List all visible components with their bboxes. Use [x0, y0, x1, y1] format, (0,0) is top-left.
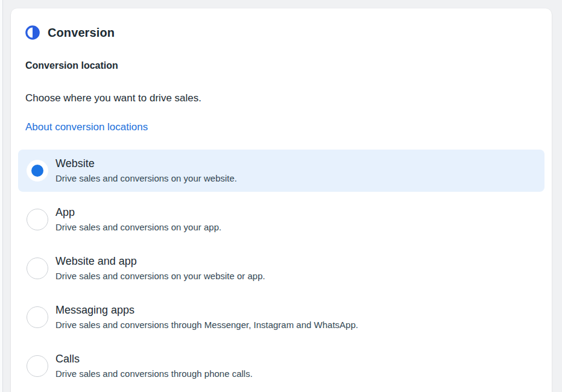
option-description: Drive sales and conversions through Mess… [55, 319, 358, 331]
option-text: Messaging apps Drive sales and conversio… [55, 303, 358, 331]
half-filled-circle-icon [25, 25, 40, 40]
page-background: { "header": { "title": "Conversion", "ic… [0, 0, 562, 392]
option-text: Website and app Drive sales and conversi… [55, 254, 265, 282]
radio-app[interactable] [27, 209, 48, 230]
option-website[interactable]: Website Drive sales and conversions on y… [18, 150, 545, 192]
option-description: Drive sales and conversions on your webs… [55, 172, 237, 185]
radio-calls[interactable] [27, 355, 48, 377]
option-app[interactable]: App Drive sales and conversions on your … [18, 198, 545, 241]
option-messaging-apps[interactable]: Messaging apps Drive sales and conversio… [18, 296, 545, 338]
option-description: Drive sales and conversions on your webs… [55, 270, 265, 282]
radio-website[interactable] [27, 160, 48, 182]
option-description: Drive sales and conversions through phon… [55, 368, 253, 380]
option-label: App [55, 206, 221, 220]
conversion-card: Conversion Conversion location Choose wh… [11, 8, 552, 392]
option-calls[interactable]: Calls Drive sales and conversions throug… [18, 345, 545, 387]
option-label: Messaging apps [55, 303, 358, 317]
option-description: Drive sales and conversions on your app. [55, 221, 221, 233]
option-label: Website [55, 157, 237, 171]
left-edge-panel [0, 0, 3, 392]
radio-website-and-app[interactable] [27, 258, 48, 279]
option-label: Website and app [55, 254, 265, 268]
option-website-and-app[interactable]: Website and app Drive sales and conversi… [18, 247, 545, 289]
option-text: Calls Drive sales and conversions throug… [55, 352, 253, 380]
about-conversion-locations-link[interactable]: About conversion locations [25, 121, 148, 134]
conversion-location-heading: Conversion location [25, 59, 537, 72]
conversion-location-options: Website Drive sales and conversions on y… [18, 150, 545, 387]
radio-selected-dot [31, 165, 43, 177]
card-header: Conversion [25, 25, 537, 40]
radio-messaging-apps[interactable] [27, 306, 48, 328]
conversion-step-title: Conversion [48, 26, 115, 40]
option-text: Website Drive sales and conversions on y… [55, 157, 237, 185]
option-text: App Drive sales and conversions on your … [55, 206, 221, 233]
conversion-location-description: Choose where you want to drive sales. [25, 92, 537, 105]
option-label: Calls [55, 352, 253, 366]
